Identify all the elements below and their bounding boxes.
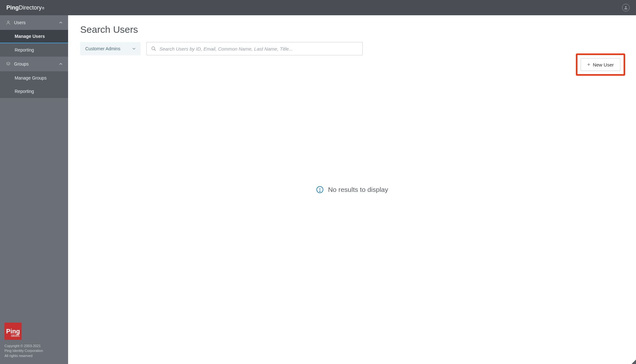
sidebar: Users Manage Users Reporting Groups: [0, 15, 68, 364]
search-icon: [151, 46, 156, 51]
svg-point-2: [152, 47, 155, 50]
filter-dropdown-selected: Customer Admins: [85, 46, 120, 51]
info-icon: [316, 186, 324, 193]
search-input[interactable]: [159, 46, 358, 52]
footer-rights: All rights reserved: [4, 354, 64, 358]
resize-handle-icon[interactable]: [632, 360, 636, 364]
nav-item-manage-users[interactable]: Manage Users: [0, 30, 68, 43]
nav-item-manage-groups[interactable]: Manage Groups: [0, 71, 68, 85]
plus-icon: +: [587, 62, 590, 67]
content-wrapper: Users Manage Users Reporting Groups: [0, 15, 636, 364]
nav-item-label: Manage Groups: [15, 75, 46, 80]
ping-identity-logo: Ping Identity.: [4, 323, 22, 340]
empty-state-text: No results to display: [328, 186, 388, 193]
new-user-button[interactable]: + New User: [581, 58, 620, 71]
empty-state: No results to display: [316, 186, 388, 193]
nav-item-label: Manage Users: [15, 34, 45, 39]
svg-line-3: [154, 49, 156, 51]
svg-point-6: [319, 191, 320, 192]
highlight-annotation: + New User: [576, 53, 625, 76]
user-icon: [624, 5, 628, 10]
nav-item-label: Reporting: [15, 89, 34, 94]
footer-company: Ping Identity Corporation: [4, 348, 64, 353]
chevron-up-icon: [59, 21, 62, 24]
controls-row: Customer Admins: [80, 42, 624, 55]
ping-logo-small: Identity.: [11, 333, 20, 337]
chevron-up-icon: [59, 62, 62, 66]
sidebar-nav: Users Manage Users Reporting Groups: [0, 15, 68, 318]
nav-item-users-reporting[interactable]: Reporting: [0, 43, 68, 57]
new-user-button-label: New User: [593, 62, 614, 67]
product-name-registered: ®: [42, 7, 44, 10]
layers-icon: [6, 61, 11, 66]
footer-copyright: Copyright © 2003-2021: [4, 344, 64, 348]
user-menu-button[interactable]: [622, 4, 630, 11]
chevron-down-icon: [132, 47, 136, 50]
sidebar-footer: Ping Identity. Copyright © 2003-2021 Pin…: [0, 318, 68, 364]
filter-dropdown[interactable]: Customer Admins: [80, 42, 141, 55]
user-outline-icon: [6, 20, 11, 25]
svg-point-1: [7, 21, 9, 23]
top-bar: Ping Directory ®: [0, 0, 636, 15]
product-name-bold: Ping: [6, 4, 19, 11]
nav-item-label: Reporting: [15, 47, 34, 52]
page-title: Search Users: [80, 24, 624, 35]
nav-item-groups-reporting[interactable]: Reporting: [0, 85, 68, 98]
product-name-light: Directory: [19, 4, 42, 11]
nav-section-groups[interactable]: Groups: [0, 57, 68, 71]
nav-section-label: Groups: [14, 61, 29, 66]
product-logo: Ping Directory ®: [6, 4, 44, 11]
search-box[interactable]: [146, 42, 363, 55]
nav-section-users[interactable]: Users: [0, 15, 68, 30]
svg-point-0: [625, 6, 627, 8]
nav-section-label: Users: [14, 20, 26, 25]
main-content: Search Users Customer Admins + New User: [68, 15, 636, 364]
